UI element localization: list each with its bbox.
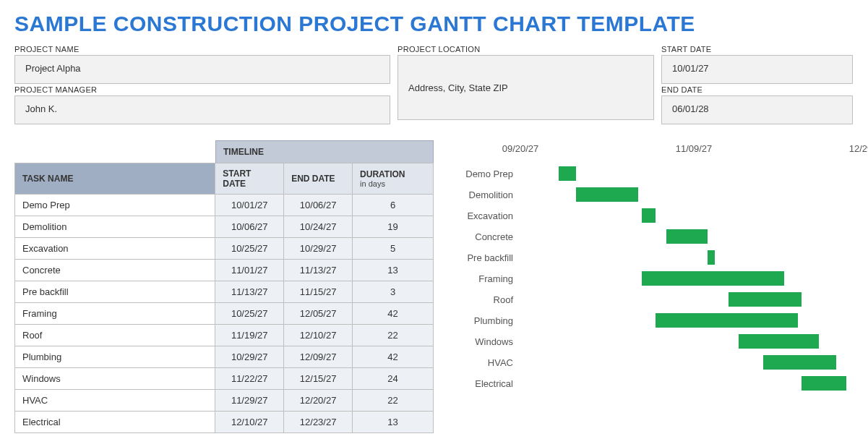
task-duration-cell: 42 xyxy=(353,303,434,325)
task-end-cell: 11/13/27 xyxy=(284,260,353,281)
table-row: Concrete11/01/2711/13/2713 xyxy=(15,260,434,281)
task-duration-cell: 22 xyxy=(353,390,434,412)
task-duration-cell: 24 xyxy=(353,368,434,390)
gantt-track xyxy=(520,331,868,352)
task-start-cell: 10/25/27 xyxy=(215,238,284,260)
task-end-cell: 12/15/27 xyxy=(284,368,353,390)
table-row: Roof11/19/2712/10/2722 xyxy=(15,325,434,346)
gantt-row: Roof xyxy=(448,289,868,310)
task-start-cell: 10/06/27 xyxy=(215,216,284,238)
axis-tick: 09/20/27 xyxy=(502,143,539,154)
project-location-label: PROJECT LOCATION xyxy=(398,45,654,54)
gantt-bar xyxy=(656,313,798,328)
gantt-row-label: Pre backfill xyxy=(448,252,520,263)
start-date-field[interactable]: 10/01/27 xyxy=(661,55,853,84)
task-start-cell: 11/19/27 xyxy=(215,325,284,346)
gantt-row: Electrical xyxy=(448,373,868,394)
timeline-header-band: TIMELINE xyxy=(215,140,434,163)
gantt-track xyxy=(520,268,868,289)
task-start-cell: 11/13/27 xyxy=(215,281,284,303)
task-end-cell: 12/20/27 xyxy=(284,390,353,412)
task-end-cell: 11/15/27 xyxy=(284,281,353,303)
task-name-cell: Concrete xyxy=(15,260,215,281)
table-row: Demolition10/06/2710/24/2719 xyxy=(15,216,434,238)
gantt-bar xyxy=(642,271,784,286)
project-location-field[interactable]: Address, City, State ZIP xyxy=(398,55,654,120)
task-name-cell: Framing xyxy=(15,303,215,325)
task-end-cell: 12/09/27 xyxy=(284,346,353,368)
table-row: Demo Prep10/01/2710/06/276 xyxy=(15,195,434,216)
task-name-cell: HVAC xyxy=(15,390,215,412)
project-name-field[interactable]: Project Alpha xyxy=(14,55,390,84)
gantt-row-label: Windows xyxy=(448,336,520,347)
gantt-bar xyxy=(802,376,846,391)
end-date-field[interactable]: 06/01/28 xyxy=(661,95,853,124)
col-start-date: START DATE xyxy=(215,163,284,195)
gantt-bar xyxy=(763,355,836,370)
gantt-row-label: Electrical xyxy=(448,378,520,389)
project-name-label: PROJECT NAME xyxy=(14,45,390,54)
gantt-row-label: Plumbing xyxy=(448,315,520,326)
task-start-cell: 11/22/27 xyxy=(215,368,284,390)
task-end-cell: 10/06/27 xyxy=(284,195,353,216)
table-row: Pre backfill11/13/2711/15/273 xyxy=(15,281,434,303)
gantt-track xyxy=(520,163,868,184)
page-title: SAMPLE CONSTRUCTION PROJECT GANTT CHART … xyxy=(14,12,854,36)
axis-tick: 11/09/27 xyxy=(676,143,713,154)
task-name-cell: Roof xyxy=(15,325,215,346)
gantt-track xyxy=(520,310,868,331)
task-start-cell: 10/01/27 xyxy=(215,195,284,216)
task-start-cell: 11/29/27 xyxy=(215,390,284,412)
gantt-track xyxy=(520,247,868,268)
task-end-cell: 12/10/27 xyxy=(284,325,353,346)
task-duration-cell: 13 xyxy=(353,412,434,433)
start-date-label: START DATE xyxy=(661,45,853,54)
gantt-track xyxy=(520,373,868,394)
gantt-row: Demo Prep xyxy=(448,163,868,184)
gantt-row: Windows xyxy=(448,331,868,352)
gantt-row: Demolition xyxy=(448,184,868,205)
task-duration-cell: 22 xyxy=(353,325,434,346)
task-start-cell: 10/29/27 xyxy=(215,346,284,368)
task-duration-cell: 19 xyxy=(353,216,434,238)
project-meta: PROJECT NAME Project Alpha PROJECT MANAG… xyxy=(14,43,854,124)
gantt-bar xyxy=(666,229,708,244)
gantt-bar xyxy=(559,166,576,181)
gantt-track xyxy=(520,352,868,373)
gantt-bar xyxy=(576,187,638,202)
task-name-cell: Windows xyxy=(15,368,215,390)
task-name-cell: Demo Prep xyxy=(15,195,215,216)
task-end-cell: 12/23/27 xyxy=(284,412,353,433)
col-task-name: TASK NAME xyxy=(15,163,215,195)
task-name-cell: Demolition xyxy=(15,216,215,238)
gantt-row: Pre backfill xyxy=(448,247,868,268)
col-end-date: END DATE xyxy=(284,163,353,195)
task-start-cell: 11/01/27 xyxy=(215,260,284,281)
task-duration-cell: 5 xyxy=(353,238,434,260)
project-manager-field[interactable]: John K. xyxy=(14,95,390,124)
task-name-cell: Excavation xyxy=(15,238,215,260)
task-name-cell: Electrical xyxy=(15,412,215,433)
task-table: TASK NAME START DATE END DATE DURATION i… xyxy=(14,163,434,433)
task-duration-cell: 42 xyxy=(353,346,434,368)
table-row: Windows11/22/2712/15/2724 xyxy=(15,368,434,390)
gantt-bar xyxy=(642,208,656,223)
gantt-axis: 09/20/2711/09/2712/29/27 xyxy=(520,143,868,163)
col-duration: DURATION in days xyxy=(353,163,434,195)
gantt-bar xyxy=(729,292,802,307)
task-start-cell: 12/10/27 xyxy=(215,412,284,433)
gantt-row: HVAC xyxy=(448,352,868,373)
gantt-row-label: Roof xyxy=(448,294,520,305)
gantt-row-label: HVAC xyxy=(448,357,520,368)
table-row: Electrical12/10/2712/23/2713 xyxy=(15,412,434,433)
table-row: Framing10/25/2712/05/2742 xyxy=(15,303,434,325)
gantt-row-label: Demo Prep xyxy=(448,169,520,179)
task-table-container: TIMELINE TASK NAME START DATE END DATE D… xyxy=(14,140,434,433)
gantt-chart: 09/20/2711/09/2712/29/27 Demo PrepDemoli… xyxy=(448,140,868,433)
gantt-row-label: Demolition xyxy=(448,189,520,200)
task-duration-cell: 3 xyxy=(353,281,434,303)
task-end-cell: 10/29/27 xyxy=(284,238,353,260)
task-name-cell: Pre backfill xyxy=(15,281,215,303)
task-end-cell: 12/05/27 xyxy=(284,303,353,325)
task-duration-cell: 13 xyxy=(353,260,434,281)
